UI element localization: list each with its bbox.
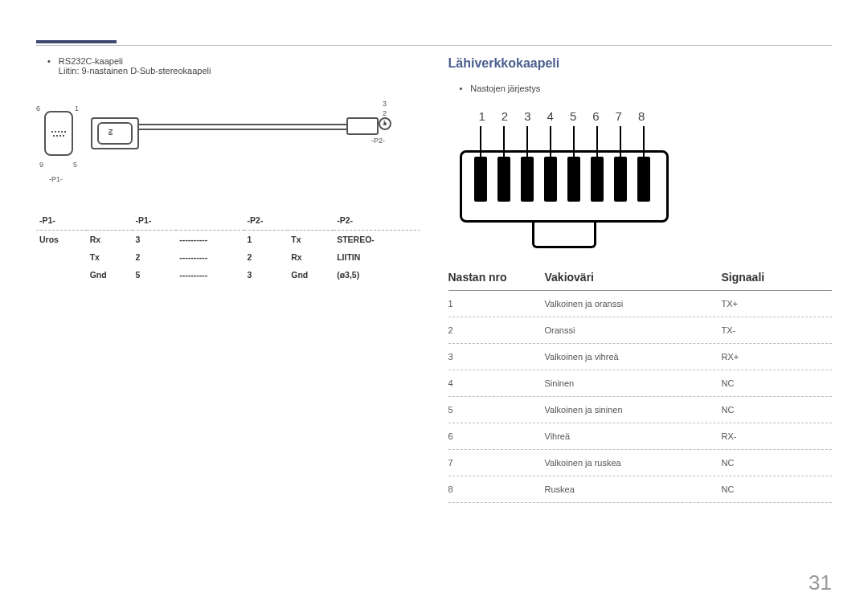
- header-rule: [36, 45, 832, 46]
- pin-mapping-table: -P1- -P1- -P2- -P2- UrosRx3----------1Tx…: [36, 210, 420, 284]
- lan-cell-color: Valkoinen ja vihreä: [545, 352, 722, 362]
- lan-th-pin: Nastan nro: [448, 271, 545, 284]
- dsub-in-label: IN: [107, 129, 114, 136]
- lan-cell-pin: 2: [448, 325, 545, 335]
- lan-cell-pin: 3: [448, 352, 545, 362]
- right-column: Lähiverkkokaapeli • Nastojen järjestys 1…: [448, 56, 833, 503]
- pin-cell: Rx: [87, 231, 133, 249]
- rj45-pin-icon: [521, 126, 534, 202]
- rj45-pin-number: 1: [479, 109, 485, 123]
- pin-row: Tx2----------2RxLIITIN: [36, 248, 420, 266]
- rs232c-sub: Liitin: 9-nastainen D-Sub-stereokaapeli: [59, 66, 211, 76]
- lan-cell-pin: 1: [448, 299, 545, 309]
- rj45-pin-icon: [637, 126, 650, 202]
- rj45-diagram: 12345678: [448, 109, 690, 247]
- rj45-pin-number: 8: [638, 109, 645, 123]
- pin-cell: 2: [244, 248, 289, 266]
- rj45-pin-number: 5: [570, 109, 576, 123]
- pin-cell: LIITIN: [334, 248, 420, 266]
- cable-line-icon: [139, 124, 348, 130]
- rj45-pin-icon: [567, 126, 580, 202]
- jack-tip-icon: [379, 117, 391, 130]
- pin-order-text: Nastojen järjestys: [470, 84, 540, 93]
- lan-cell-color: Sininen: [545, 378, 722, 388]
- lan-cell-color: Valkoinen ja sininen: [545, 405, 722, 415]
- pin-row: Gnd5----------3Gnd(ø3,5): [36, 266, 420, 284]
- pin-cell: Gnd: [87, 266, 133, 284]
- rj45-pin-number: 6: [592, 109, 599, 123]
- rj45-pin-number: 3: [524, 109, 530, 123]
- page-number: 31: [809, 570, 832, 595]
- lan-cell-color: Valkoinen ja oranssi: [545, 299, 722, 309]
- bullet-dot-icon: •: [47, 56, 51, 76]
- lan-table-row: 8RuskeaNC: [448, 476, 833, 503]
- lan-cell-signal: NC: [722, 458, 833, 468]
- pin-cell: 5: [133, 266, 177, 284]
- lan-cell-color: Oranssi: [545, 325, 722, 335]
- pin-cell: Tx: [87, 248, 133, 266]
- left-column: • RS232C-kaapeli Liitin: 9-nastainen D-S…: [36, 56, 420, 503]
- pin-label-2: 2: [383, 109, 387, 117]
- lan-cell-signal: NC: [722, 378, 833, 388]
- lan-table-row: 7Valkoinen ja ruskeaNC: [448, 450, 833, 476]
- lan-cell-signal: RX+: [722, 352, 833, 362]
- cable-diagram: 6 1 9 5 -P1- 3 2 1 -P2- IN: [36, 95, 390, 191]
- rj45-pin-icon: [614, 126, 627, 202]
- lan-cell-pin: 5: [448, 405, 545, 415]
- pin-cell: [36, 266, 87, 284]
- pin-cell: Uros: [36, 231, 87, 249]
- bullet-dot-icon: •: [460, 84, 463, 93]
- pin-label-3: 3: [383, 100, 387, 108]
- pin-cell: Gnd: [288, 266, 334, 284]
- lan-cell-signal: NC: [722, 405, 833, 415]
- lan-cell-pin: 8: [448, 484, 545, 494]
- lan-table-row: 6VihreäRX-: [448, 423, 833, 450]
- lan-table-row: 3Valkoinen ja vihreäRX+: [448, 344, 833, 370]
- pin-cell: 3: [133, 231, 177, 249]
- lan-cell-pin: 4: [448, 378, 545, 388]
- rj45-pin-icon: [497, 126, 510, 202]
- pin-label-6: 6: [36, 104, 40, 112]
- lan-cell-signal: TX-: [722, 325, 833, 335]
- lan-th-signal: Signaali: [722, 271, 833, 284]
- rs232c-title: RS232C-kaapeli: [59, 56, 211, 66]
- stereo-jack-icon: [346, 117, 379, 138]
- lan-cable-title: Lähiverkkokaapeli: [448, 56, 833, 71]
- lan-cell-color: Ruskea: [545, 484, 722, 494]
- lan-cell-pin: 7: [448, 458, 545, 468]
- pin-row: UrosRx3----------1TxSTEREO-: [36, 231, 420, 249]
- pin-cell: ----------: [176, 266, 244, 284]
- dsub-plug-icon: IN: [91, 109, 149, 157]
- header-accent-bar: [36, 40, 117, 43]
- lan-cell-color: Vihreä: [545, 431, 722, 441]
- bullet-rs232c: • RS232C-kaapeli Liitin: 9-nastainen D-S…: [36, 56, 420, 76]
- rj45-pin-icon: [474, 126, 487, 202]
- rj45-pin-number: 4: [547, 109, 554, 123]
- pin-cell: STEREO-: [334, 231, 420, 249]
- pin-label-1: 1: [75, 104, 79, 112]
- th-p1a: -P1-: [36, 210, 87, 231]
- pin-cell: ----------: [176, 231, 244, 249]
- lan-cell-pin: 6: [448, 431, 545, 441]
- th-p2b: -P2-: [334, 210, 420, 231]
- pin-cell: Tx: [288, 231, 334, 249]
- pin-cell: 2: [133, 248, 177, 266]
- rj45-clip-icon: [532, 221, 596, 248]
- pin-cell: 1: [244, 231, 289, 249]
- connector-label-p1: -P1-: [49, 175, 63, 183]
- lan-table-row: 5Valkoinen ja sininenNC: [448, 397, 833, 423]
- lan-table-row: 1Valkoinen ja oranssiTX+: [448, 291, 833, 317]
- pin-cell: (ø3,5): [334, 266, 420, 284]
- pin-label-5: 5: [73, 161, 77, 169]
- pin-cell: Rx: [288, 248, 334, 266]
- th-p2a: -P2-: [244, 210, 289, 231]
- pin-cell: 3: [244, 266, 289, 284]
- rj45-pin-icon: [591, 126, 604, 202]
- lan-th-color: Vakioväri: [545, 271, 722, 284]
- lan-cell-signal: TX+: [722, 299, 833, 309]
- lan-table-row: 4SininenNC: [448, 370, 833, 397]
- lan-cell-signal: RX-: [722, 431, 833, 441]
- bullet-pin-order: • Nastojen järjestys: [448, 84, 833, 93]
- rj45-pin-icon: [544, 126, 557, 202]
- dsub-front-icon: [44, 111, 73, 156]
